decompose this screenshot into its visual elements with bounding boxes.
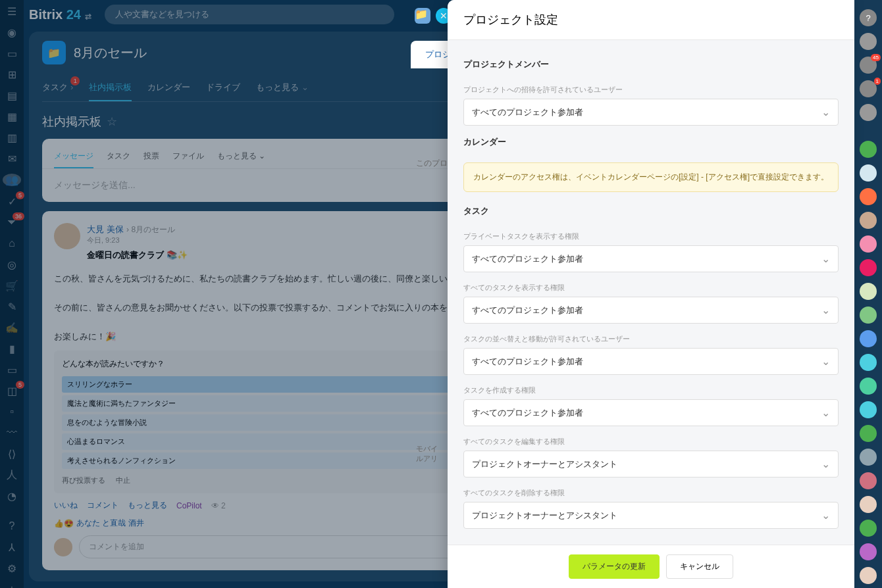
- help-icon[interactable]: ?: [860, 9, 877, 26]
- label-task-sort: タスクの並べ替えと移動が許可されているユーザー: [463, 334, 839, 344]
- label-all-task-view: すべてのタスクを表示する権限: [463, 283, 839, 293]
- panel-title: プロジェクト設定: [448, 0, 854, 40]
- right-sidebar: ?: [854, 0, 882, 588]
- contact-icon[interactable]: [860, 283, 877, 300]
- contact-icon[interactable]: [860, 472, 877, 489]
- label-private-task: プライベートタスクを表示する権限: [463, 232, 839, 241]
- contact-icon[interactable]: [860, 520, 877, 537]
- contact-icon[interactable]: [860, 212, 877, 229]
- calendar-notice: カレンダーのアクセス権は、イベントカレンダーページの[設定] - [アクセス権]…: [463, 162, 839, 192]
- panel-tab-icon[interactable]: 📁: [415, 8, 430, 24]
- select-task-create[interactable]: すべてのプロジェクト参加者: [463, 399, 839, 426]
- contact-icon[interactable]: [860, 378, 877, 395]
- contact-icon[interactable]: [860, 188, 877, 205]
- contact-icon[interactable]: [860, 567, 877, 584]
- select-all-task-view[interactable]: すべてのプロジェクト参加者: [463, 297, 839, 324]
- section-members: プロジェクトメンバー: [463, 59, 839, 76]
- bg-text2: モバイルアリ: [416, 444, 442, 464]
- contact-icon[interactable]: [860, 425, 877, 442]
- select-task-delete[interactable]: プロジェクトオーナーとアシスタント: [463, 502, 839, 529]
- contact-icon[interactable]: [860, 330, 877, 347]
- contact-icon[interactable]: [860, 496, 877, 513]
- search-icon[interactable]: [860, 104, 877, 121]
- contact-icon[interactable]: [860, 354, 877, 371]
- label-task-delete: すべてのタスクを削除する権限: [463, 488, 839, 498]
- section-task: タスク: [463, 205, 839, 222]
- contact-icon[interactable]: [860, 449, 877, 466]
- settings-panel: プロジェクト設定 プロジェクトメンバー プロジェクトへの招待を許可されているユー…: [448, 0, 854, 588]
- label-task-create: タスクを作成する権限: [463, 385, 839, 395]
- contact-icon[interactable]: [860, 141, 877, 158]
- bell-icon[interactable]: [860, 57, 877, 74]
- label-invite: プロジェクトへの招待を許可されているユーザー: [463, 85, 839, 95]
- contact-icon[interactable]: [860, 401, 877, 418]
- chat-icon[interactable]: [860, 80, 877, 97]
- select-task-edit[interactable]: プロジェクトオーナーとアシスタント: [463, 451, 839, 478]
- copilot-icon[interactable]: [860, 33, 877, 50]
- label-task-edit: すべてのタスクを編集する権限: [463, 437, 839, 447]
- cancel-button[interactable]: キャンセル: [666, 554, 733, 579]
- contact-icon[interactable]: [860, 306, 877, 324]
- select-private-task[interactable]: すべてのプロジェクト参加者: [463, 245, 839, 272]
- contact-icon[interactable]: [860, 543, 877, 560]
- contact-icon[interactable]: [860, 259, 877, 276]
- section-calendar: カレンダー: [463, 136, 839, 153]
- select-task-sort[interactable]: すべてのプロジェクト参加者: [463, 348, 839, 375]
- contact-icon[interactable]: [860, 164, 877, 182]
- contact-icon[interactable]: [860, 235, 877, 253]
- select-invite[interactable]: すべてのプロジェクト参加者: [463, 99, 839, 126]
- save-button[interactable]: パラメータの更新: [569, 554, 660, 579]
